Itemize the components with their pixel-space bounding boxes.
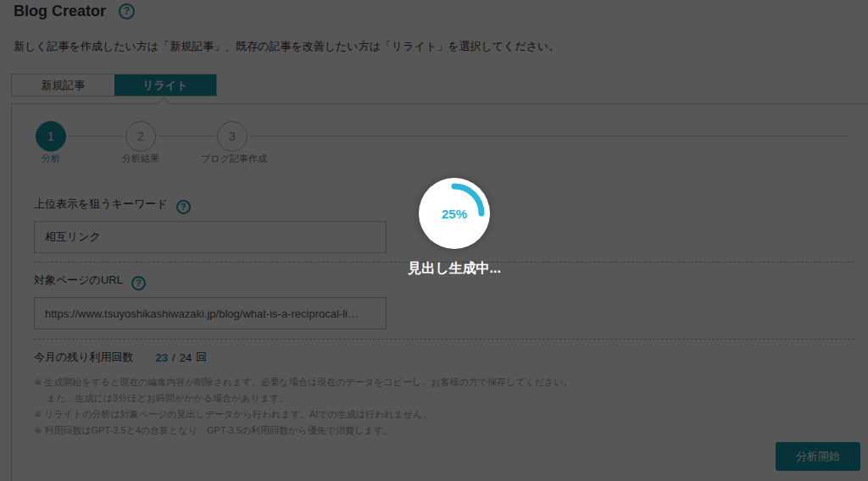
loading-message: 見出し生成中... bbox=[408, 260, 501, 278]
blog-creator-page: Blog Creator ? 新しく記事を作成したい方は「新規記事」、既存の記事… bbox=[0, 0, 868, 481]
progress-percent: 25% bbox=[419, 178, 490, 249]
progress-spinner: 25% bbox=[419, 178, 490, 249]
